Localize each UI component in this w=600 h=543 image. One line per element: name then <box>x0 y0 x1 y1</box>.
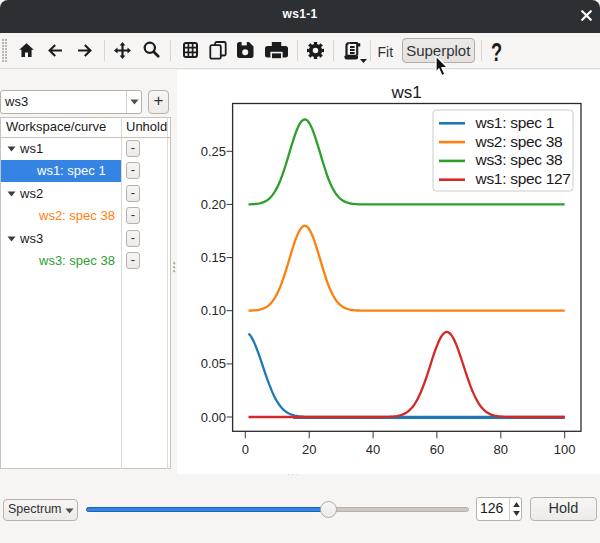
svg-text:0.10: 0.10 <box>201 303 226 318</box>
svg-text:60: 60 <box>430 442 444 457</box>
svg-text:ws1: spec 1: ws1: spec 1 <box>475 114 555 131</box>
svg-text:100: 100 <box>554 442 576 457</box>
svg-text:40: 40 <box>366 442 380 457</box>
svg-text:0.20: 0.20 <box>201 197 226 212</box>
svg-text:20: 20 <box>302 442 316 457</box>
svg-text:0.15: 0.15 <box>201 250 226 265</box>
svg-text:ws1: ws1 <box>390 83 421 102</box>
svg-text:ws2: spec 38: ws2: spec 38 <box>475 133 563 150</box>
svg-text:80: 80 <box>494 442 508 457</box>
svg-text:0.00: 0.00 <box>201 410 226 425</box>
svg-text:0.25: 0.25 <box>201 144 226 159</box>
svg-text:0: 0 <box>242 442 249 457</box>
svg-text:ws1: spec 127: ws1: spec 127 <box>475 170 571 187</box>
svg-text:0.05: 0.05 <box>201 356 226 371</box>
svg-text:ws3: spec 38: ws3: spec 38 <box>475 151 563 168</box>
